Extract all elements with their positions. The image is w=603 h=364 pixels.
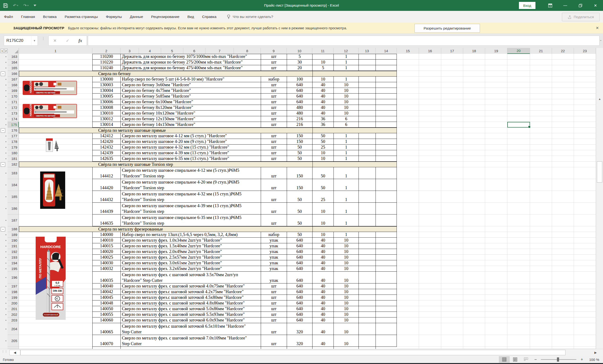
cell-blank[interactable]: [507, 54, 530, 59]
restore-icon[interactable]: [573, 0, 588, 11]
cell-unit[interactable]: шт: [261, 295, 287, 300]
cell-empty[interactable]: [376, 139, 397, 145]
column-header-18[interactable]: 18: [463, 48, 485, 54]
cell-qty-min[interactable]: 25: [312, 145, 334, 150]
cell-code[interactable]: 140032: [92, 266, 120, 272]
column-header-10[interactable]: 10: [287, 48, 312, 54]
column-header-12[interactable]: 12: [334, 48, 359, 54]
cell-description[interactable]: Сверло по бетону 12х150мм "Hardcore": [120, 116, 261, 122]
cell-blank[interactable]: [530, 300, 552, 306]
cell-blank[interactable]: [463, 203, 485, 214]
zoom-slider[interactable]: [541, 359, 576, 360]
cell-description[interactable]: Сверло по металлу фрез. 2.5х57мм 2шт/уп …: [120, 255, 261, 260]
cell-empty[interactable]: [92, 347, 120, 349]
cell-qty-box[interactable]: 150: [287, 133, 312, 139]
cell-unit[interactable]: упак: [261, 249, 287, 255]
cell-empty[interactable]: [359, 116, 376, 122]
row-header-177[interactable]: 177: [8, 133, 19, 139]
cell-blank[interactable]: [574, 323, 596, 335]
cell-qty-mult[interactable]: 6: [334, 122, 359, 128]
cell-blank[interactable]: [419, 82, 441, 88]
cell-empty[interactable]: [359, 88, 376, 94]
cell-blank[interactable]: [574, 94, 596, 99]
cell-blank[interactable]: [397, 77, 419, 82]
row-header-202[interactable]: 202: [8, 312, 19, 317]
save-icon[interactable]: [3, 3, 8, 8]
cell-empty[interactable]: [376, 122, 397, 128]
cell-blank[interactable]: [397, 150, 419, 156]
cell-blank[interactable]: [507, 214, 530, 226]
row-header-191[interactable]: 191: [8, 243, 19, 249]
cell-qty-box[interactable]: 640: [287, 260, 312, 266]
cell-qty-box[interactable]: 640: [287, 255, 312, 260]
cell-empty[interactable]: [261, 347, 287, 349]
cell-blank[interactable]: [397, 65, 419, 71]
cell-description[interactable]: Сверло по металлу фрез. 3.2х65мм 2шт/уп …: [120, 266, 261, 272]
cell-qty-min[interactable]: 40: [312, 335, 334, 347]
cell-blank[interactable]: [441, 203, 463, 214]
cell-blank[interactable]: [485, 203, 507, 214]
cell-qty-box[interactable]: 216: [287, 122, 312, 128]
cell-code[interactable]: 130006: [92, 99, 120, 105]
cell-blank[interactable]: [530, 77, 552, 82]
tab-Разметка страницы[interactable]: Разметка страницы: [61, 11, 102, 23]
cell-blank[interactable]: [530, 71, 552, 77]
section-header-cell[interactable]: Свёрла по металлу шаговые Torsion step: [19, 162, 397, 167]
cell-qty-min[interactable]: 50: [312, 133, 334, 139]
cell-qty-mult[interactable]: 10: [334, 88, 359, 94]
cell-empty[interactable]: [376, 94, 397, 99]
cell-blank[interactable]: [574, 111, 596, 116]
cell-qty-mult[interactable]: 1: [334, 203, 359, 214]
cell-image-column[interactable]: [19, 323, 92, 335]
cell-empty[interactable]: [376, 289, 397, 295]
cell-blank[interactable]: [463, 111, 485, 116]
cell-blank[interactable]: [507, 191, 530, 203]
cell-empty[interactable]: [359, 317, 376, 323]
cell-blank[interactable]: [419, 88, 441, 94]
cell-blank[interactable]: [530, 272, 552, 283]
cell-blank[interactable]: [552, 139, 574, 145]
cell-qty-min[interactable]: 40: [312, 266, 334, 272]
cell-qty-box[interactable]: 150: [287, 179, 312, 191]
cell-blank[interactable]: [485, 323, 507, 335]
cell-blank[interactable]: [463, 295, 485, 300]
cell-blank[interactable]: [507, 317, 530, 323]
cell-blank[interactable]: [574, 243, 596, 249]
cell-blank[interactable]: [530, 105, 552, 111]
close-icon[interactable]: ✕: [588, 0, 603, 11]
section-header-cell[interactable]: Сверла по бетону: [19, 71, 397, 77]
row-header-197[interactable]: 197: [8, 283, 19, 289]
cell-blank[interactable]: [419, 300, 441, 306]
column-header-21[interactable]: 21: [530, 48, 552, 54]
row-header-169[interactable]: 169: [8, 88, 19, 94]
cell-unit[interactable]: шт: [261, 82, 287, 88]
cell-qty-mult[interactable]: 10: [334, 243, 359, 249]
cell-blank[interactable]: [507, 323, 530, 335]
cell-blank[interactable]: [530, 82, 552, 88]
customize-qat-icon[interactable]: ▾: [34, 5, 36, 6]
cell-description[interactable]: Сверло по металлу фрез. с шаговой заточк…: [120, 335, 261, 347]
cell-blank[interactable]: [441, 122, 463, 128]
cell-unit[interactable]: шт: [261, 167, 287, 179]
cell-blank[interactable]: [419, 77, 441, 82]
cell-qty-min[interactable]: 40: [312, 88, 334, 94]
cell-empty[interactable]: [376, 283, 397, 289]
cell-code[interactable]: 142439: [92, 150, 120, 156]
cell-qty-mult[interactable]: 10: [334, 289, 359, 295]
cell-description[interactable]: Держатель для коронки по бетону 275/200м…: [120, 59, 261, 65]
cell-qty-box[interactable]: 320: [287, 323, 312, 335]
cell-empty[interactable]: [359, 82, 376, 88]
cell-qty-mult[interactable]: 1: [334, 156, 359, 162]
cell-blank[interactable]: [463, 65, 485, 71]
cell-qty-min[interactable]: 50: [312, 179, 334, 191]
cell-qty-mult[interactable]: 1: [334, 167, 359, 179]
cell-blank[interactable]: [574, 214, 596, 226]
sheet-tab-scroll-left-icon[interactable]: ◀: [10, 350, 20, 355]
cell-unit[interactable]: набор: [261, 77, 287, 82]
cell-unit[interactable]: шт: [261, 150, 287, 156]
cell-blank[interactable]: [463, 272, 485, 283]
cell-blank[interactable]: [507, 88, 530, 94]
cell-description[interactable]: Набор сверл по бетону 5 шт (4-5-6-8-10 м…: [120, 77, 261, 82]
cell-blank[interactable]: [574, 317, 596, 323]
row-header-178[interactable]: 178: [8, 139, 19, 145]
